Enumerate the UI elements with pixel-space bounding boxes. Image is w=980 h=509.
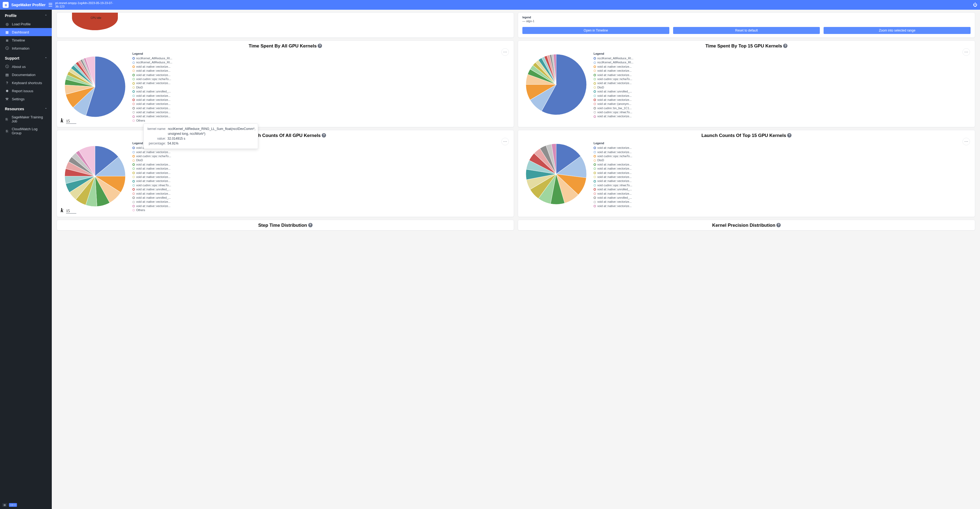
legend-item[interactable]: void at::native::vectorize... [593,65,637,69]
sidebar-item-settings[interactable]: ⚒Settings [0,95,52,103]
legend-item[interactable]: void at::native::vectorize... [593,200,637,204]
legend-label: void at::native::vectorize... [597,175,632,179]
power-icon[interactable]: ⏻ [973,2,977,7]
legend-item[interactable]: void at::native::vectorize... [132,179,175,183]
reset-to-default-button[interactable]: Reset to default [673,27,820,34]
sidebar-item-documentation[interactable]: ▤Documentation [0,71,52,79]
k-value-input[interactable] [66,119,76,124]
sidebar-item-about-us[interactable]: ⓘAbout us [0,62,52,71]
legend-item[interactable]: void at::native::vectorize... [132,171,175,175]
help-icon[interactable]: ? [322,133,326,137]
sidebar-section-profile[interactable]: Profile ⌃ [0,10,52,20]
pie-chart[interactable] [522,140,590,208]
sidebar-item-information[interactable]: ⓘInformation [0,44,52,52]
legend-item[interactable]: void at::native::vectorize... [593,81,637,85]
legend-label: void at::native::vectorize... [136,114,170,118]
legend-label: void at::native::vectorize... [597,94,632,98]
legend-item[interactable]: void cudnn::ops::nchwTo... [593,154,637,158]
legend-item[interactable]: void cudnn::ops::nchwTo... [132,77,175,81]
legend-item[interactable]: void at::native::vectorize... [132,106,175,110]
help-icon[interactable]: ? [783,44,788,48]
legend-item[interactable]: DtoD [132,86,175,89]
legend-item[interactable]: ncclKernel_AllReduce_RI... [593,56,637,60]
sidebar-item-dashboard[interactable]: ▦Dashboard [0,28,52,36]
legend-item[interactable]: void at::native::vectorize... [132,102,175,106]
legend-item[interactable]: void at::native::unrolled_... [132,89,175,94]
legend-item[interactable]: void cudnn::ops::nhwcTo... [593,183,637,188]
sidebar-item-timeline[interactable]: ≣Timeline [0,36,52,44]
sidebar-item-keyboard-shortcuts[interactable]: ?Keyboard shortcuts [0,79,52,87]
legend-item[interactable]: void at::native::vectorize... [593,192,637,196]
footer-chart-icon[interactable]: ▥ [2,503,7,507]
hamburger-icon[interactable]: ☰ [48,2,52,8]
legend-item[interactable]: void at::native::unrolled_... [132,196,175,200]
legend-item[interactable]: DtoD [593,86,637,89]
legend-item[interactable]: Others [132,119,175,122]
legend-item[interactable]: void at::native::vectorize... [132,204,175,208]
legend-item[interactable]: void at::native::vectorize... [132,98,175,102]
legend-item[interactable]: void at::native::unrolled_... [593,196,637,200]
legend-item[interactable]: void cudnn::ops::nhwcTo... [593,110,637,114]
legend-item[interactable]: void at::native::vectorize... [593,167,637,171]
legend-item[interactable]: void at::native::(anonym... [593,102,637,106]
help-icon[interactable]: ? [318,44,322,48]
legend-item[interactable]: void at::native::vectorize... [132,162,175,167]
pie-chart[interactable] [61,140,129,212]
legend-item[interactable]: void cudnn::ops::nchwTo... [132,154,175,158]
sidebar-section-support[interactable]: Support ⌃ [0,52,52,62]
legend-item[interactable]: void at::native::vectorize... [593,179,637,183]
legend-item[interactable]: void cudnn::bn_bw_1C1... [593,106,637,110]
legend-item[interactable]: void at::native::vectorize... [593,73,637,77]
legend-item[interactable]: void at::native::unrolled_... [593,89,637,94]
legend-item[interactable]: DtoD [132,158,175,162]
sidebar-item-sagemaker-training-job[interactable]: ⎘SageMaker Training Job [0,113,52,125]
legend-item[interactable]: void at::native::vectorize... [132,110,175,114]
legend-item[interactable]: ncclKernel_AllReduce_RI... [132,56,175,60]
legend-item[interactable]: void at::native::vectorize... [132,114,175,118]
help-icon[interactable]: ? [776,223,781,227]
legend-item[interactable]: void at::native::unrolled_... [132,188,175,191]
legend-item[interactable]: void at::native::vectorize... [593,150,637,154]
legend-item[interactable]: void at::native::vectorize... [132,69,175,73]
legend-item[interactable]: void cudnn::ops::nchwTo... [593,77,637,81]
open-in-timeline-button[interactable]: Open in Timeline [522,27,669,34]
legend-item[interactable]: void at::native::vectorize... [593,114,637,118]
legend-item[interactable]: void at::native::vectorize... [593,94,637,98]
help-icon[interactable]: ? [308,223,313,227]
legend-item[interactable]: ncclKernel_AllReduce_RI... [132,60,175,64]
legend-item[interactable]: void at::native::vectorize... [593,204,637,208]
pie-chart[interactable] [61,51,129,122]
sidebar-item-cloudwatch-log-group[interactable]: ⎘CloudWatch Log Group [0,125,52,137]
k-value-input[interactable] [66,209,76,213]
legend-item[interactable]: void at::native::vectorize... [132,73,175,77]
zoom-selected-range-button[interactable]: Zoom into selected range [824,27,970,34]
footer-db-badge[interactable]: DB 0 [9,503,17,507]
legend-item[interactable]: void at::native::vectorize... [593,175,637,179]
legend-item[interactable]: void at::native::vectorize... [593,69,637,73]
legend-item[interactable]: void at::native::vectorize... [593,98,637,102]
card-time-all: Time Spent By All GPU Kernels?⋯Legendncc… [57,40,514,127]
legend-item[interactable]: Others [132,208,175,212]
legend-item[interactable]: void at::native::vectorize... [593,146,637,150]
pie-chart[interactable] [522,51,590,119]
sidebar-item-report-issuus[interactable]: ✱Report issuus [0,87,52,95]
legend-item[interactable]: void at::native::vectorize... [132,81,175,85]
chart-menu-button[interactable]: ⋯ [501,48,509,56]
sidebar-item-load-profile[interactable]: ◎Load Profile [0,20,52,28]
legend-item[interactable]: void at::native::vectorize... [593,162,637,167]
sidebar-section-resources[interactable]: Resources ⌃ [0,103,52,113]
legend-item[interactable]: void at::native::vectorize... [132,94,175,98]
legend-item[interactable]: void at::native::unrolled_... [593,188,637,191]
help-icon[interactable]: ? [787,133,792,137]
chart-menu-button[interactable]: ⋯ [963,48,970,56]
legend-item[interactable]: DtoD [593,158,637,162]
legend-item[interactable]: void at::native::vectorize... [132,150,175,154]
legend-item[interactable]: void at::native::vectorize... [132,175,175,179]
legend-item[interactable]: void at::native::vectorize... [132,200,175,204]
legend-item[interactable]: void at::native::vectorize... [132,167,175,171]
legend-item[interactable]: ncclKernel_AllReduce_RI... [593,60,637,64]
legend-item[interactable]: void at::native::vectorize... [132,65,175,69]
legend-item[interactable]: void cudnn::ops::nhwcTo... [132,183,175,188]
legend-item[interactable]: void at::native::vectorize... [593,171,637,175]
legend-item[interactable]: void at::native::vectorize... [132,192,175,196]
